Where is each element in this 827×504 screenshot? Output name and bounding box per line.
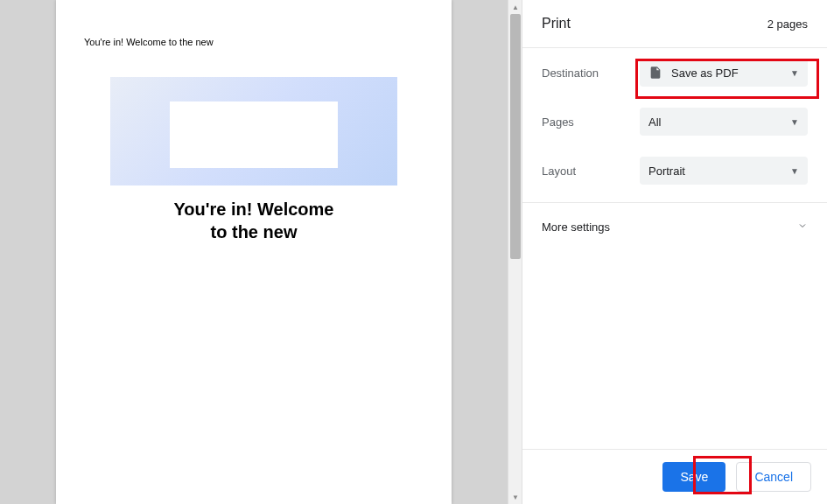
- panel-title: Print: [542, 16, 571, 32]
- panel-header: Print 2 pages: [522, 0, 827, 48]
- more-settings-label: More settings: [542, 220, 610, 234]
- pages-select[interactable]: All ▼: [640, 108, 808, 136]
- destination-value: Save as PDF: [671, 66, 739, 80]
- preview-header-text: You're in! Welcome to the new: [84, 37, 214, 47]
- destination-label: Destination: [542, 66, 640, 80]
- cancel-button[interactable]: Cancel: [736, 462, 811, 492]
- scroll-thumb[interactable]: [510, 14, 521, 259]
- scroll-down-icon[interactable]: ▼: [508, 490, 522, 504]
- preview-banner-inner: [170, 102, 338, 168]
- layout-select[interactable]: Portrait ▼: [640, 157, 808, 185]
- option-row-destination: Destination Save as PDF ▼: [522, 48, 827, 97]
- pages-value: All: [648, 116, 661, 129]
- chevron-down-icon: [797, 220, 808, 234]
- caret-down-icon: ▼: [790, 117, 799, 127]
- layout-label: Layout: [542, 164, 640, 178]
- preview-heading-line2: to the new: [211, 222, 298, 242]
- preview-banner: [110, 77, 397, 186]
- destination-select[interactable]: Save as PDF ▼: [640, 59, 808, 87]
- caret-down-icon: ▼: [790, 68, 799, 78]
- preview-heading: You're in! Welcome to the new: [56, 198, 452, 243]
- option-row-pages: Pages All ▼: [522, 97, 827, 146]
- preview-heading-line1: You're in! Welcome: [174, 200, 334, 219]
- more-settings-toggle[interactable]: More settings: [522, 202, 827, 251]
- print-preview-area: You're in! Welcome to the new You're in!…: [0, 0, 508, 504]
- option-row-layout: Layout Portrait ▼: [522, 146, 827, 195]
- caret-down-icon: ▼: [790, 166, 799, 176]
- preview-page: You're in! Welcome to the new You're in!…: [56, 0, 452, 504]
- page-count: 2 pages: [767, 18, 808, 31]
- scroll-up-icon[interactable]: ▲: [508, 0, 522, 14]
- layout-value: Portrait: [648, 164, 685, 178]
- pdf-icon: [648, 66, 662, 80]
- panel-footer: Save Cancel: [522, 449, 827, 504]
- save-button[interactable]: Save: [662, 462, 725, 492]
- preview-scrollbar[interactable]: ▲ ▼: [508, 0, 522, 504]
- print-panel: Print 2 pages Destination Save as PDF ▼ …: [522, 0, 827, 504]
- panel-body: Print 2 pages Destination Save as PDF ▼ …: [522, 0, 827, 449]
- pages-label: Pages: [542, 116, 640, 129]
